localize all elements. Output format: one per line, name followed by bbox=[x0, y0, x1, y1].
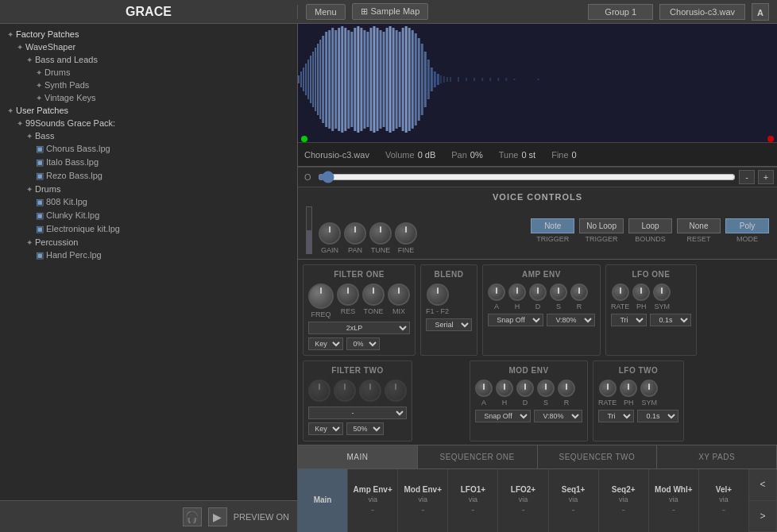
mod-item-seq1[interactable]: Seq1+ via - bbox=[549, 469, 599, 532]
minus-button[interactable]: - bbox=[739, 170, 755, 184]
tab-xy-pads[interactable]: XY PADS bbox=[657, 445, 777, 468]
blend-mode-dropdown[interactable]: Serial bbox=[426, 318, 472, 331]
mod-item-mod-whl[interactable]: Mod Whl+ via - bbox=[649, 469, 699, 532]
trigger-button[interactable]: Note bbox=[531, 218, 574, 233]
f2-key-dropdown[interactable]: Key bbox=[308, 422, 343, 435]
tree-item[interactable]: ✦Bass bbox=[4, 129, 293, 142]
a-button[interactable]: A bbox=[752, 3, 769, 21]
svg-rect-12 bbox=[325, 32, 327, 127]
patch-tree[interactable]: ✦Factory Patches✦WaveShaper✦Bass and Lea… bbox=[0, 24, 297, 500]
tree-item[interactable]: ▣Rezo Bass.lpg bbox=[4, 169, 293, 183]
group-button[interactable]: Group 1 bbox=[588, 4, 653, 20]
fine-knob[interactable] bbox=[395, 222, 417, 245]
lfo2-sym-knob[interactable] bbox=[640, 380, 658, 397]
f2-type-dropdown[interactable]: - bbox=[308, 407, 407, 419]
tree-item[interactable]: ✦99Sounds Grace Pack: bbox=[4, 117, 293, 129]
tree-item[interactable]: ✦Bass and Leads bbox=[4, 53, 293, 66]
mod-item-amp-env[interactable]: Amp Env+ via - bbox=[348, 469, 398, 532]
amp-vel-dropdown[interactable]: V:80% bbox=[547, 314, 595, 326]
tree-item[interactable]: ▣Hand Perc.lpg bbox=[4, 249, 293, 262]
play-icon[interactable]: ▶ bbox=[208, 507, 227, 526]
amp-d-knob[interactable] bbox=[529, 283, 547, 301]
menu-button[interactable]: Menu bbox=[306, 4, 346, 20]
filter-freq-knob[interactable] bbox=[308, 283, 334, 309]
mod-item-lfo1[interactable]: LFO1+ via - bbox=[448, 469, 498, 532]
mod-h-knob[interactable] bbox=[496, 380, 513, 397]
mode-button[interactable]: Poly bbox=[725, 218, 769, 233]
waveform-display[interactable] bbox=[298, 24, 777, 135]
pan-knob[interactable] bbox=[344, 222, 366, 245]
lfo2-ph-knob[interactable] bbox=[620, 380, 637, 397]
amp-s-knob[interactable] bbox=[550, 283, 567, 301]
gain-bar[interactable] bbox=[306, 206, 312, 254]
f2-pct-dropdown[interactable]: 50% bbox=[346, 422, 384, 435]
mod-item-lfo2[interactable]: LFO2+ via - bbox=[498, 469, 548, 532]
tree-item[interactable]: ✦Synth Pads bbox=[4, 79, 293, 91]
filter-type-dropdown[interactable]: 2xLP bbox=[308, 322, 410, 334]
loop-button[interactable]: Loop bbox=[628, 218, 672, 233]
filter-pct-dropdown[interactable]: 0% bbox=[346, 337, 380, 350]
f2-knob2[interactable] bbox=[334, 380, 356, 402]
preset-button[interactable]: Chorusio-c3.wav bbox=[659, 4, 745, 20]
blend-knob[interactable] bbox=[427, 283, 449, 306]
mod-item-seq2[interactable]: Seq2+ via - bbox=[599, 469, 649, 532]
lfo2-rate-dropdown[interactable]: 0.1s bbox=[637, 410, 678, 422]
amp-h-knob[interactable] bbox=[508, 283, 526, 301]
amp-a-knob[interactable] bbox=[488, 283, 505, 301]
lfo2-rate-knob[interactable] bbox=[599, 380, 617, 397]
mod-nav-prev[interactable]: < bbox=[749, 469, 776, 501]
lfo1-sym-knob[interactable] bbox=[653, 283, 671, 301]
no-loop-button[interactable]: No Loop bbox=[579, 218, 624, 233]
svg-rect-9 bbox=[317, 44, 319, 115]
mod-d-knob[interactable] bbox=[516, 380, 534, 397]
tab-main[interactable]: MAIN bbox=[298, 445, 418, 468]
tree-item[interactable]: ▣Electronique kit.lpg bbox=[4, 222, 293, 236]
filter-key-dropdown[interactable]: Key bbox=[308, 337, 343, 350]
f2-knob3[interactable] bbox=[359, 380, 381, 402]
tree-item[interactable]: ✦WaveShaper bbox=[4, 40, 293, 53]
tree-item[interactable]: ▣808 Kit.lpg bbox=[4, 195, 293, 209]
lfo1-rate-knob[interactable] bbox=[612, 283, 629, 301]
blend-section: BLEND F1 - F2 Serial bbox=[420, 264, 477, 356]
filter-mix-knob[interactable] bbox=[388, 283, 410, 306]
amp-r-knob[interactable] bbox=[570, 283, 588, 301]
reset-group: None RESET bbox=[677, 218, 721, 243]
tree-item[interactable]: ✦Drums bbox=[4, 66, 293, 79]
tree-item[interactable]: ▣Clunky Kit.lpg bbox=[4, 209, 293, 222]
headphone-icon[interactable]: 🎧 bbox=[183, 507, 202, 526]
tune-knob[interactable] bbox=[369, 222, 392, 245]
lfo1-ph-knob[interactable] bbox=[632, 283, 650, 301]
filter-res-knob[interactable] bbox=[337, 283, 359, 306]
mod-nav-next[interactable]: > bbox=[749, 501, 776, 533]
reset-button[interactable]: None bbox=[677, 218, 721, 233]
filter-tone-knob[interactable] bbox=[362, 283, 385, 306]
tree-item[interactable]: ✦Percussion bbox=[4, 236, 293, 249]
tree-item[interactable]: ▣Chorus Bass.lpg bbox=[4, 142, 293, 156]
mod-snap-dropdown[interactable]: Snap Off bbox=[475, 410, 531, 422]
mod-vel-dropdown[interactable]: V:80% bbox=[534, 410, 582, 422]
mod-item-main[interactable]: Main bbox=[298, 469, 348, 532]
lfo1-rate-dropdown[interactable]: 0.1s bbox=[650, 314, 691, 326]
tree-item[interactable]: ✦Drums bbox=[4, 183, 293, 195]
mod-item-vel[interactable]: Vel+ via - bbox=[699, 469, 749, 532]
f2-knob1[interactable] bbox=[308, 380, 331, 402]
mod-item-mod-env[interactable]: Mod Env+ via - bbox=[398, 469, 448, 532]
amp-snap-dropdown[interactable]: Snap Off bbox=[488, 314, 543, 326]
lfo2-shape-dropdown[interactable]: Tri bbox=[598, 410, 634, 422]
sample-map-button[interactable]: ⊞Sample Map bbox=[352, 3, 429, 20]
tree-item[interactable]: ✦User Patches bbox=[4, 104, 293, 117]
tab-seq-one[interactable]: SEQUENCER ONE bbox=[418, 445, 538, 468]
position-slider[interactable] bbox=[318, 172, 736, 183]
tree-item[interactable]: ▣Italo Bass.lpg bbox=[4, 156, 293, 169]
f2-knob4[interactable] bbox=[385, 380, 407, 402]
tree-item[interactable]: ✦Vintage Keys bbox=[4, 91, 293, 104]
gain-knob[interactable] bbox=[319, 222, 341, 245]
mod-a-knob[interactable] bbox=[475, 380, 493, 397]
mod-r-knob[interactable] bbox=[558, 380, 575, 397]
mod-s-knob[interactable] bbox=[537, 380, 555, 397]
filter-one-title: FILTER ONE bbox=[308, 270, 410, 279]
tab-seq-two[interactable]: SEQUENCER TWO bbox=[538, 445, 658, 468]
lfo1-shape-dropdown[interactable]: Tri bbox=[611, 314, 647, 326]
plus-button[interactable]: + bbox=[758, 170, 774, 184]
tree-item[interactable]: ✦Factory Patches bbox=[4, 28, 293, 40]
